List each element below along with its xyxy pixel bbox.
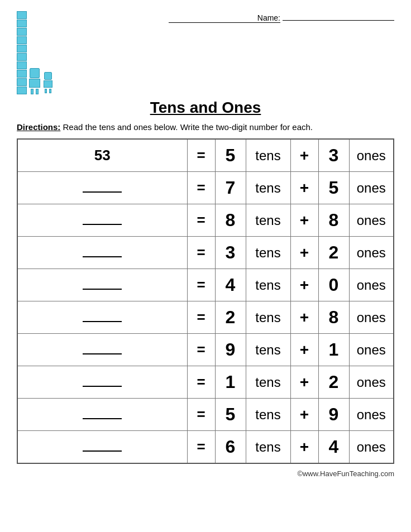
equals-sign: =: [187, 139, 215, 172]
equals-sign: =: [187, 301, 215, 334]
ones-label: ones: [349, 139, 394, 172]
answer-cell[interactable]: [17, 172, 187, 204]
figure-2: [44, 72, 52, 93]
ones-label: ones: [349, 431, 394, 464]
table-row: =2tens+8ones: [17, 301, 394, 334]
ones-number: 2: [318, 237, 349, 269]
equals-sign: =: [187, 334, 215, 366]
table-row: =3tens+2ones: [17, 237, 394, 269]
ones-number: 2: [318, 366, 349, 399]
plus-sign: +: [290, 139, 318, 172]
ones-number: 1: [318, 334, 349, 366]
answer-line: [83, 353, 122, 354]
answer-line: [83, 191, 122, 193]
plus-sign: +: [290, 399, 318, 431]
ones-number: 8: [318, 204, 349, 237]
answer-cell[interactable]: [17, 301, 187, 334]
answer-line: [83, 256, 122, 257]
ones-label: ones: [349, 334, 394, 366]
plus-sign: +: [290, 334, 318, 366]
equals-sign: =: [187, 431, 215, 464]
footer: ©www.HaveFunTeaching.com: [17, 469, 394, 478]
tens-number: 1: [215, 366, 246, 399]
tens-label: tens: [246, 431, 290, 464]
directions: Directions: Read the tens and ones below…: [17, 122, 394, 132]
table-row: =4tens+0ones: [17, 269, 394, 301]
table-row: =9tens+1ones: [17, 334, 394, 366]
plus-sign: +: [290, 431, 318, 464]
plus-sign: +: [290, 301, 318, 334]
tens-label: tens: [246, 204, 290, 237]
answer-cell[interactable]: [17, 431, 187, 464]
ones-label: ones: [349, 172, 394, 204]
answer-cell[interactable]: [17, 204, 187, 237]
tens-label: tens: [246, 237, 290, 269]
logo-area: [17, 11, 52, 94]
footer-text: ©www.HaveFunTeaching.com: [297, 469, 394, 478]
plus-sign: +: [290, 269, 318, 301]
table-row: =5tens+9ones: [17, 399, 394, 431]
tens-label: tens: [246, 399, 290, 431]
worksheet-table: 53=5tens+3ones=7tens+5ones=8tens+8ones=3…: [17, 138, 394, 464]
tens-number: 4: [215, 269, 246, 301]
tens-block-illustration: [17, 11, 27, 94]
equals-sign: =: [187, 237, 215, 269]
table-row: =7tens+5ones: [17, 172, 394, 204]
answer-cell[interactable]: [17, 399, 187, 431]
tens-number: 9: [215, 334, 246, 366]
plus-sign: +: [290, 237, 318, 269]
plus-sign: +: [290, 204, 318, 237]
plus-sign: +: [290, 172, 318, 204]
name-field: Name:: [166, 11, 394, 23]
character-figures: [29, 68, 52, 94]
table-row: 53=5tens+3ones: [17, 139, 394, 172]
answer-cell[interactable]: [17, 334, 187, 366]
answer-line: [83, 321, 122, 322]
ones-label: ones: [349, 301, 394, 334]
name-underline: [283, 20, 394, 21]
tens-label: tens: [246, 269, 290, 301]
ones-label: ones: [349, 399, 394, 431]
answer-cell[interactable]: 53: [17, 139, 187, 172]
tens-label: tens: [246, 139, 290, 172]
answer-line: [83, 418, 122, 419]
figure-1: [29, 68, 40, 94]
tens-label: tens: [246, 301, 290, 334]
ones-label: ones: [349, 204, 394, 237]
tens-number: 5: [215, 399, 246, 431]
ones-number: 8: [318, 301, 349, 334]
answer-line: [83, 386, 122, 387]
ones-label: ones: [349, 237, 394, 269]
page-title: Tens and Ones: [17, 99, 394, 117]
tens-number: 2: [215, 301, 246, 334]
equals-sign: =: [187, 172, 215, 204]
tens-label: tens: [246, 172, 290, 204]
ones-label: ones: [349, 269, 394, 301]
ones-number: 0: [318, 269, 349, 301]
tens-number: 6: [215, 431, 246, 464]
equals-sign: =: [187, 269, 215, 301]
tens-number: 3: [215, 237, 246, 269]
equals-sign: =: [187, 204, 215, 237]
ones-number: 9: [318, 399, 349, 431]
tens-number: 5: [215, 139, 246, 172]
answer-cell[interactable]: [17, 366, 187, 399]
header: Name:: [17, 11, 394, 94]
answer-cell[interactable]: [17, 237, 187, 269]
tens-number: 7: [215, 172, 246, 204]
answer-cell[interactable]: [17, 269, 187, 301]
directions-text: Read the tens and ones below. Write the …: [60, 122, 313, 132]
table-row: =8tens+8ones: [17, 204, 394, 237]
directions-label: Directions:: [17, 122, 60, 132]
answer-line: [83, 224, 122, 225]
tens-label: tens: [246, 334, 290, 366]
plus-sign: +: [290, 366, 318, 399]
name-label: Name:: [169, 13, 280, 23]
tens-number: 8: [215, 204, 246, 237]
table-row: =6tens+4ones: [17, 431, 394, 464]
tens-label: tens: [246, 366, 290, 399]
ones-number: 4: [318, 431, 349, 464]
ones-label: ones: [349, 366, 394, 399]
table-row: =1tens+2ones: [17, 366, 394, 399]
ones-number: 3: [318, 139, 349, 172]
